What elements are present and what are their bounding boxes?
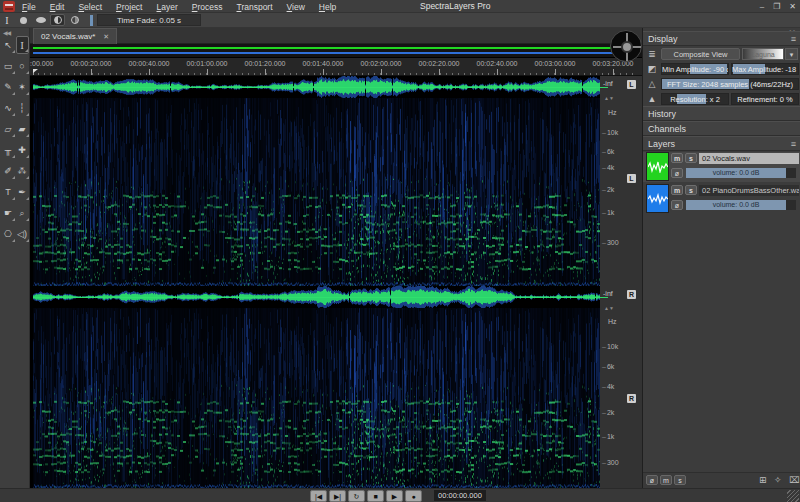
harmonics-selection-tool[interactable]: ┆ — [16, 99, 29, 117]
merge-layers-icon[interactable]: ✧ — [774, 475, 782, 485]
freq-zoom-arrows[interactable]: ▲▼ — [604, 96, 614, 101]
menu-item[interactable]: Transport — [236, 2, 272, 12]
phase-invert-button[interactable]: ø — [671, 200, 683, 210]
max-amplitude-slider[interactable]: Max Amplitude: -18 dB — [731, 63, 799, 75]
zoom-tool[interactable]: ⌕ — [16, 204, 29, 222]
spectrogram-right-channel[interactable] — [33, 308, 600, 488]
freq-tick-label: 300 — [602, 239, 619, 246]
layer-thumbnail[interactable] — [646, 152, 669, 181]
playback-tool[interactable]: ◁) — [16, 225, 29, 243]
channels-section-header[interactable]: Channels — [643, 121, 800, 136]
stop-button[interactable]: ■ — [367, 490, 384, 502]
tab-02-vocals[interactable]: 02 Vocals.wav* ✕ — [33, 28, 117, 44]
go-to-end-button[interactable]: ▶| — [329, 490, 346, 502]
menu-item[interactable]: Select — [78, 2, 102, 12]
eraser-tool[interactable]: ▱ — [2, 120, 15, 138]
clone-stamp-tool[interactable]: ╥ — [2, 141, 15, 159]
display-section-header[interactable]: Display ≡ — [643, 31, 800, 46]
phase-invert-button[interactable]: ø — [646, 475, 658, 485]
circle-icon — [20, 17, 27, 24]
solo-button[interactable]: s — [685, 185, 697, 195]
volume-slider[interactable]: volume: 0.0 dB — [686, 200, 796, 210]
ruler-ticks — [33, 69, 633, 76]
hard-eraser-tool[interactable]: ▰ — [16, 120, 29, 138]
layer-row-vocals[interactable]: m s 02 Vocals.wav ø volume: 0.0 dB — [643, 152, 800, 182]
composite-view-button[interactable]: Composite View — [661, 48, 740, 60]
layer-name[interactable]: 02 Vocals.wav — [699, 153, 799, 164]
slider-handle[interactable] — [90, 15, 93, 26]
maximize-button[interactable]: ❐ — [773, 0, 780, 13]
fade-shape-half-button[interactable] — [50, 14, 65, 26]
fft-size-slider[interactable]: FFT Size: 2048 samples (46ms/22Hz) — [661, 78, 799, 90]
freehand-selection-tool[interactable]: ✎ — [2, 78, 15, 96]
playhead-marker[interactable] — [33, 69, 38, 73]
minimize-button[interactable]: – — [760, 0, 764, 13]
brush-tool[interactable]: ✐ — [2, 162, 15, 180]
play-button[interactable]: ▶ — [386, 490, 403, 502]
freq-tick-label: 1k — [602, 209, 614, 216]
rectangle-selection-tool[interactable]: ▭ — [2, 57, 15, 75]
resize-grip[interactable] — [787, 490, 799, 502]
menu-item[interactable]: Project — [116, 2, 142, 12]
menu-item[interactable]: Edit — [50, 2, 65, 12]
min-amplitude-slider[interactable]: Min Amplitude: -90 dB — [661, 63, 729, 75]
tab-close-icon[interactable]: ✕ — [103, 33, 109, 41]
colormap-dropdown[interactable]: Laguna — [742, 48, 784, 60]
airbrush-tool[interactable]: ⁂ — [16, 162, 29, 180]
volume-slider[interactable]: volume: 0.0 dB — [686, 168, 796, 178]
freq-tick-label: 1k — [602, 433, 614, 440]
time-ruler[interactable]: 00:00:00.00000:00:20.00000:00:40.00000:0… — [30, 58, 642, 76]
3d-display-tool[interactable]: ⎔ — [2, 225, 15, 243]
menu-item[interactable]: Process — [192, 2, 223, 12]
fade-shape-outline-button[interactable] — [67, 14, 82, 26]
phase-invert-button[interactable]: ø — [671, 168, 683, 178]
layer-name[interactable]: 02 PianoDrumsBassOther.wav — [699, 185, 799, 196]
go-to-start-button[interactable]: |◀ — [310, 490, 327, 502]
resolution-icon: ▲ — [645, 93, 659, 105]
pan-wheel-control[interactable] — [610, 30, 642, 62]
collapse-rail-icon[interactable]: ◀◀ — [3, 29, 10, 36]
time-label: 00:00:20.000 — [71, 60, 112, 67]
layer-thumbnail[interactable] — [646, 184, 669, 213]
new-layer-icon[interactable]: ⊞ — [759, 475, 767, 485]
history-section-header[interactable]: History — [643, 106, 800, 121]
close-button[interactable]: ✕ — [789, 0, 796, 13]
layers-section-header[interactable]: Layers ≡ — [643, 136, 800, 151]
hamburger-menu-icon[interactable]: ≡ — [791, 139, 796, 149]
record-button[interactable]: ● — [405, 490, 422, 502]
move-tool[interactable]: ↖ — [2, 36, 15, 54]
chevron-down-icon[interactable]: ▾ — [785, 48, 798, 60]
text-tool[interactable]: T — [2, 183, 15, 201]
menu-item[interactable]: View — [287, 2, 305, 12]
layer-row-pianodrumsbassother[interactable]: m s 02 PianoDrumsBassOther.wav ø volume:… — [643, 184, 800, 214]
mute-button[interactable]: m — [671, 185, 683, 195]
magic-wand-tool[interactable]: ✶ — [16, 78, 29, 96]
layers-list: m s 02 Vocals.wav ø volume: 0.0 dB m s 0… — [643, 152, 800, 216]
delete-layer-icon[interactable]: ⌧ — [789, 475, 799, 485]
overview-navigator[interactable] — [30, 44, 642, 58]
freq-zoom-arrows[interactable]: ▲▼ — [604, 306, 614, 311]
spectrogram-left-channel[interactable] — [33, 98, 600, 286]
loop-button[interactable]: ↻ — [348, 490, 365, 502]
heal-tool[interactable]: ✚ — [16, 141, 29, 159]
hamburger-menu-icon[interactable]: ≡ — [791, 34, 796, 44]
fade-shape-ellipse-button[interactable] — [33, 14, 48, 26]
pen-tool[interactable]: ✒ — [16, 183, 29, 201]
refinement-slider[interactable]: Refinement: 0 % — [731, 93, 799, 105]
mute-button[interactable]: m — [660, 475, 672, 485]
fade-shape-point-button[interactable] — [16, 14, 31, 26]
menu-item[interactable]: File — [22, 2, 36, 12]
layers-stack-icon: ≣ — [645, 48, 659, 60]
hand-tool[interactable]: ☛ — [2, 204, 15, 222]
frequency-selection-tool[interactable]: ∿ — [2, 99, 15, 117]
fft-window-icon: △ — [645, 78, 659, 90]
resolution-slider[interactable]: Resolution: x 2 — [661, 93, 729, 105]
menu-item[interactable]: Help — [319, 2, 336, 12]
time-fade-field[interactable]: Time Fade: 0.05 s — [97, 14, 201, 26]
menu-item[interactable]: Layer — [156, 2, 177, 12]
mute-button[interactable]: m — [671, 153, 683, 163]
solo-button[interactable]: s — [674, 475, 686, 485]
solo-button[interactable]: s — [685, 153, 697, 163]
lasso-selection-tool[interactable]: ○ — [16, 57, 29, 75]
time-selection-tool[interactable]: I — [16, 36, 29, 54]
